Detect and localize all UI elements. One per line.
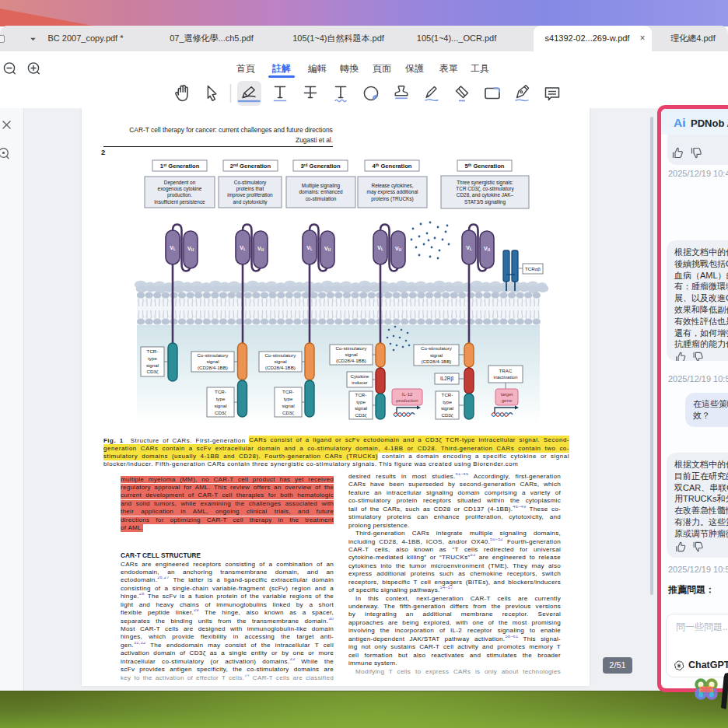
svg-text:signal: signal (274, 359, 286, 364)
svg-text:signal: signal (430, 352, 443, 358)
svg-text:type: type (356, 399, 366, 404)
svg-text:signal: signal (282, 403, 294, 408)
svg-text:TCR-: TCR- (282, 389, 294, 394)
svg-text:Ai: Ai (674, 116, 686, 129)
svg-text:exogenous cytokine: exogenous cytokine (158, 186, 202, 192)
svg-text:improve proliferation: improve proliferation (227, 192, 273, 198)
svg-text:STAT3/5 signalling: STAT3/5 signalling (464, 199, 506, 205)
svg-text:Co-stimulatory: Co-stimulatory (265, 352, 297, 358)
svg-text:type: type (148, 355, 157, 361)
svg-text:Co-stimulatory: Co-stimulatory (234, 180, 267, 186)
svg-text:domains: enhanced: domains: enhanced (299, 189, 343, 194)
svg-text:may express additional: may express additional (367, 189, 418, 195)
svg-text:co-stimulation: co-stimulation (306, 196, 337, 201)
svg-text:type: type (443, 399, 452, 404)
svg-text:Co-stimulatory: Co-stimulatory (336, 345, 368, 351)
svg-text:(CD28/4-1BB): (CD28/4-1BB) (336, 358, 366, 363)
svg-text:CD3ζ: CD3ζ (282, 410, 294, 416)
svg-text:(CD28/4-1BB): (CD28/4-1BB) (198, 365, 228, 370)
svg-text:Multiple signaling: Multiple signaling (302, 183, 341, 189)
svg-text:proteins that: proteins that (236, 186, 264, 192)
svg-text:signal: signal (441, 405, 453, 411)
svg-text:production.: production. (167, 192, 192, 198)
svg-text:CD3ζ: CD3ζ (355, 412, 366, 418)
svg-text:TCRαβ: TCRαβ (525, 266, 541, 271)
svg-text:signal: signal (146, 362, 159, 368)
svg-text:Cytokine: Cytokine (350, 373, 369, 379)
svg-text:type: type (216, 396, 226, 401)
svg-text:Three synergistic signals:: Three synergistic signals: (457, 180, 513, 186)
svg-text:target: target (501, 391, 513, 397)
svg-text:TCR-: TCR- (215, 389, 226, 394)
svg-text:Co-stimulatory: Co-stimulatory (421, 345, 453, 351)
svg-text:CD3ζ: CD3ζ (146, 369, 158, 375)
svg-text:Co-stimulatory: Co-stimulatory (198, 352, 229, 358)
svg-text:TCR CD3ζ, co-stimulatory: TCR CD3ζ, co-stimulatory (456, 186, 514, 192)
svg-text:(CD28/4-1BB): (CD28/4-1BB) (265, 365, 296, 370)
svg-text:(CD28/4-1BB): (CD28/4-1BB) (422, 359, 452, 364)
svg-text:signal: signal (355, 405, 367, 411)
svg-text:TCR-: TCR- (147, 348, 159, 354)
svg-text:CD28, and cytokine JAK–: CD28, and cytokine JAK– (457, 192, 514, 198)
svg-text:CD3ζ: CD3ζ (441, 412, 453, 418)
svg-text:signal: signal (214, 403, 226, 408)
svg-text:1st Generation: 1st Generation (160, 163, 200, 170)
svg-text:inducer: inducer (352, 380, 367, 385)
svg-text:signal: signal (206, 359, 219, 364)
svg-text:Dependent on: Dependent on (164, 180, 196, 186)
svg-text:Release cytokines,: Release cytokines, (371, 183, 413, 189)
svg-text:CD3ζ: CD3ζ (215, 410, 226, 416)
svg-text:IL-12: IL-12 (402, 391, 414, 397)
svg-text:TCR-: TCR- (442, 392, 453, 397)
svg-text:IL2Rβ: IL2Rβ (440, 376, 453, 382)
svg-text:inactivation: inactivation (494, 374, 519, 380)
svg-text:and cytotoxicity: and cytotoxicity (233, 199, 268, 205)
svg-text:TCR-: TCR- (355, 392, 367, 397)
svg-text:type: type (284, 396, 293, 401)
svg-text:proteins (TRUCKs): proteins (TRUCKs) (371, 196, 413, 202)
svg-text:gene: gene (502, 397, 513, 403)
svg-text:production: production (396, 397, 418, 403)
svg-text:signal: signal (345, 352, 357, 357)
svg-text:Insufficient persistence: Insufficient persistence (154, 199, 205, 205)
svg-text:TRAC: TRAC (499, 368, 513, 373)
